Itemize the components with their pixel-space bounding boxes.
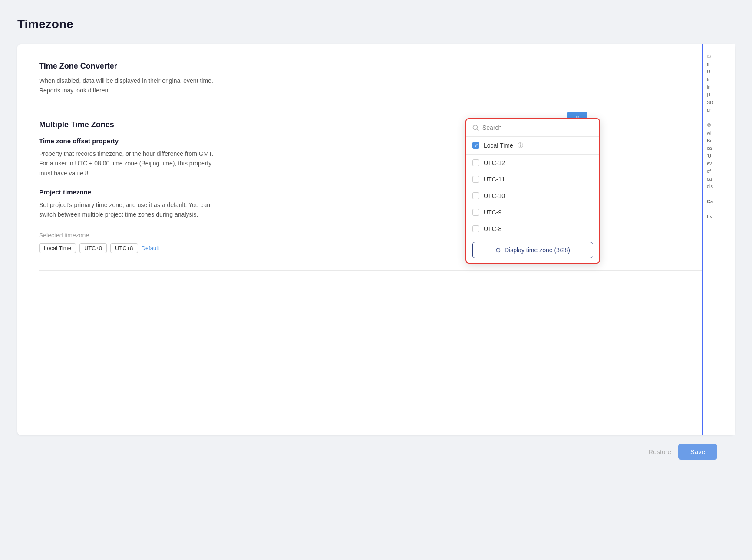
search-input[interactable] — [482, 124, 593, 131]
dropdown-footer: ⊙ Display time zone (3/28) — [466, 237, 599, 263]
timezone-options-list: Local Time ⓘ UTC-12 UTC-11 UTC-10 — [466, 137, 599, 237]
offset-title: Time zone offset property — [39, 137, 713, 145]
label-utc-10: UTC-10 — [484, 192, 505, 199]
main-card: Time Zone Converter When disabled, data … — [17, 44, 735, 435]
restore-button[interactable]: Restore — [648, 448, 671, 455]
label-utc-12: UTC-12 — [484, 159, 505, 166]
display-timezone-button[interactable]: ⊙ Display time zone (3/28) — [472, 242, 593, 258]
section-offset: Time zone offset property Property that … — [39, 137, 713, 178]
tag-local-time: Local Time — [39, 243, 76, 253]
tag-utc8: UTC+8 — [110, 243, 138, 253]
project-desc: Set project's primary time zone, and use… — [39, 200, 343, 220]
label-utc-8: UTC-8 — [484, 225, 501, 232]
selected-label: Selected timezone — [39, 232, 713, 239]
svg-line-1 — [477, 129, 479, 131]
timezone-tags: Local Time UTC±0 UTC+8 Default — [39, 243, 713, 253]
section-converter: Time Zone Converter When disabled, data … — [39, 62, 713, 96]
option-utc-9[interactable]: UTC-9 — [466, 204, 599, 221]
bottom-bar: Restore Save — [17, 435, 735, 468]
checkbox-local-time[interactable] — [472, 142, 479, 149]
converter-desc: When disabled, data will be displayed in… — [39, 76, 343, 96]
checkbox-utc-12[interactable] — [472, 159, 479, 166]
multiple-title: Multiple Time Zones — [39, 120, 713, 129]
checkbox-utc-9[interactable] — [472, 209, 479, 216]
right-panel-text: ①tiUtiin[TSDpr②wiBeca'UevofcadisCaEv — [707, 53, 731, 221]
converter-title: Time Zone Converter — [39, 62, 713, 71]
section-selected: Selected timezone Local Time UTC±0 UTC+8… — [39, 232, 713, 253]
clock-icon: ⊙ — [495, 246, 501, 254]
checkbox-utc-10[interactable] — [472, 192, 479, 199]
option-local-time[interactable]: Local Time ⓘ — [466, 137, 599, 155]
right-panel: ①tiUtiin[TSDpr②wiBeca'UevofcadisCaEv — [702, 44, 735, 435]
option-utc-10[interactable]: UTC-10 — [466, 188, 599, 204]
timezone-dropdown: Local Time ⓘ UTC-12 UTC-11 UTC-10 — [465, 118, 600, 264]
divider-1 — [39, 108, 713, 108]
section-project: Project timezone Set project's primary t… — [39, 188, 713, 220]
page-title: Timezone — [17, 17, 735, 31]
label-utc-9: UTC-9 — [484, 209, 501, 216]
checkbox-utc-11[interactable] — [472, 176, 479, 183]
search-container — [466, 119, 599, 137]
search-icon — [472, 125, 479, 131]
display-btn-label: Display time zone (3/28) — [505, 247, 570, 254]
info-icon[interactable]: ⓘ — [518, 142, 523, 149]
section-multiple: Multiple Time Zones — [39, 120, 713, 129]
option-utc-8[interactable]: UTC-8 — [466, 221, 599, 237]
divider-2 — [39, 270, 713, 271]
save-button[interactable]: Save — [678, 444, 717, 460]
local-time-label: Local Time — [484, 142, 513, 149]
checkbox-utc-8[interactable] — [472, 225, 479, 232]
tag-default: Default — [142, 245, 159, 251]
offset-desc: Property that records timezone, or the h… — [39, 149, 343, 178]
project-title: Project timezone — [39, 188, 713, 196]
option-utc-12[interactable]: UTC-12 — [466, 155, 599, 171]
tag-utc0: UTC±0 — [79, 243, 107, 253]
label-utc-11: UTC-11 — [484, 176, 505, 183]
option-utc-11[interactable]: UTC-11 — [466, 171, 599, 188]
